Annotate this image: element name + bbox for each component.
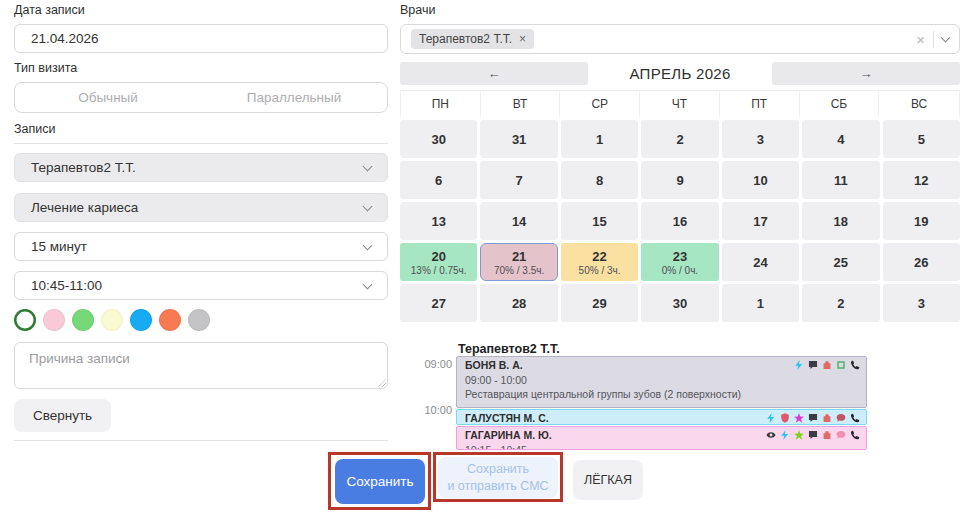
calendar-day[interactable]: 3: [722, 120, 799, 158]
card-icon: [836, 360, 846, 370]
calendar-day[interactable]: 6: [400, 161, 477, 199]
calendar-day[interactable]: 4: [802, 120, 879, 158]
doctors-label: Врачи: [400, 3, 435, 17]
clear-icon[interactable]: ×: [916, 31, 925, 48]
duration-select[interactable]: 15 минут: [14, 232, 388, 261]
day-number: 26: [914, 255, 928, 270]
calendar-day[interactable]: 7: [480, 161, 557, 199]
weekday-header: ВТ: [481, 91, 561, 117]
day-number: 3: [757, 132, 764, 147]
calendar-day[interactable]: 30: [641, 284, 718, 322]
calendar-day[interactable]: 13: [400, 202, 477, 240]
star-icon: [794, 413, 804, 423]
calendar-day[interactable]: 230% / 0ч.: [641, 243, 718, 281]
color-swatch-orange[interactable]: [159, 309, 181, 331]
day-number: 30: [431, 132, 445, 147]
weekday-header: ВС: [879, 91, 959, 117]
calendar-day[interactable]: 17: [722, 202, 799, 240]
day-number: 13: [431, 214, 445, 229]
calendar-day[interactable]: 10: [722, 161, 799, 199]
calendar-day[interactable]: 26: [883, 243, 960, 281]
calendar-day[interactable]: 24: [722, 243, 799, 281]
weekday-header: СБ: [800, 91, 880, 117]
calendar-day[interactable]: 14: [480, 202, 557, 240]
weekday-header: ЧТ: [640, 91, 720, 117]
chevron-down-icon[interactable]: [941, 32, 951, 42]
weekday-header: ПН: [401, 91, 481, 117]
day-number: 9: [676, 173, 683, 188]
calendar-day[interactable]: 29: [561, 284, 638, 322]
lightning-icon: [780, 430, 790, 440]
day-number: 14: [512, 214, 526, 229]
color-swatches: [14, 309, 210, 331]
prev-month-button[interactable]: ←: [400, 62, 588, 85]
calendar-day[interactable]: 9: [641, 161, 718, 199]
weekday-header: СР: [560, 91, 640, 117]
doctor-select-value: Терапевтов2 Т.Т.: [31, 160, 136, 175]
appointment-block[interactable]: ГАЛУСТЯН М. С.: [456, 409, 867, 425]
day-number: 24: [753, 255, 767, 270]
day-number: 16: [673, 214, 687, 229]
doctor-tag-label: Терапевтов2 Т.Т.: [419, 32, 512, 46]
calendar-panel: Врачи Терапевтов2 Т.Т. × × ← АПРЕЛЬ 2026…: [400, 0, 960, 514]
calendar-day[interactable]: 2: [641, 120, 718, 158]
tag-remove-icon[interactable]: ×: [519, 33, 526, 45]
day-number: 28: [512, 296, 526, 311]
day-number: 1: [757, 296, 764, 311]
color-swatch-gray[interactable]: [188, 309, 210, 331]
phone-icon: [850, 360, 860, 370]
calendar-day[interactable]: 31: [480, 120, 557, 158]
date-value: 21.04.2026: [31, 31, 99, 46]
time-slot-select[interactable]: 10:45-11:00: [14, 271, 388, 300]
calendar-day[interactable]: 8: [561, 161, 638, 199]
calendar-day[interactable]: 1: [561, 120, 638, 158]
calendar-day[interactable]: 18: [802, 202, 879, 240]
calendar-day[interactable]: 11: [802, 161, 879, 199]
calendar-day[interactable]: 28: [480, 284, 557, 322]
calendar-day[interactable]: 1: [722, 284, 799, 322]
calendar-day[interactable]: 15: [561, 202, 638, 240]
appointment-block[interactable]: ГАГАРИНА М. Ю.10:15 - 10:45: [456, 426, 867, 450]
chevron-down-icon: [363, 161, 373, 171]
calendar-title: АПРЕЛЬ 2026: [588, 65, 772, 82]
calendar-day[interactable]: 5: [883, 120, 960, 158]
calendar-day[interactable]: 30: [400, 120, 477, 158]
appointment-block[interactable]: БОНЯ В. А.09:00 - 10:00Реставрация центр…: [456, 356, 867, 408]
day-number: 19: [914, 214, 928, 229]
eye-icon: [766, 430, 776, 440]
color-swatch-yellow[interactable]: [101, 309, 123, 331]
appointment-time: 09:00 - 10:00: [465, 373, 858, 387]
doctors-multiselect[interactable]: Терапевтов2 Т.Т. × ×: [400, 24, 960, 54]
calendar-day[interactable]: 2013% / 0.75ч.: [400, 243, 477, 281]
calendar-day[interactable]: 2170% / 3.5ч.: [480, 243, 557, 281]
calendar-day[interactable]: 2: [802, 284, 879, 322]
day-number: 29: [592, 296, 606, 311]
comment-icon: [808, 430, 818, 440]
appointment-note: Реставрация центральной группы зубов (2 …: [465, 387, 858, 401]
day-number: 22: [592, 249, 606, 264]
collapse-button[interactable]: Свернуть: [14, 399, 111, 432]
weekday-header: ПТ: [720, 91, 800, 117]
color-swatch-pink[interactable]: [43, 309, 65, 331]
comment-icon: [808, 413, 818, 423]
visit-type-normal[interactable]: Обычный: [15, 83, 201, 112]
next-month-button[interactable]: →: [772, 62, 960, 85]
day-number: 27: [431, 296, 445, 311]
time-label: 09:00: [420, 358, 452, 370]
calendar-day[interactable]: 3: [883, 284, 960, 322]
comment-icon: [808, 360, 818, 370]
calendar-day[interactable]: 2250% / 3ч.: [561, 243, 638, 281]
visit-type-parallel[interactable]: Параллельный: [201, 83, 387, 112]
calendar-day[interactable]: 27: [400, 284, 477, 322]
color-swatch-green[interactable]: [72, 309, 94, 331]
calendar-day[interactable]: 19: [883, 202, 960, 240]
color-swatch-white-selected[interactable]: [14, 309, 36, 331]
calendar-day[interactable]: 16: [641, 202, 718, 240]
doctor-select[interactable]: Терапевтов2 Т.Т.: [14, 153, 388, 182]
color-swatch-blue[interactable]: [130, 309, 152, 331]
date-input[interactable]: 21.04.2026: [14, 24, 388, 53]
calendar-day[interactable]: 25: [802, 243, 879, 281]
calendar-day[interactable]: 12: [883, 161, 960, 199]
reason-textarea[interactable]: [14, 342, 388, 389]
procedure-select[interactable]: Лечение кариеса: [14, 193, 388, 222]
